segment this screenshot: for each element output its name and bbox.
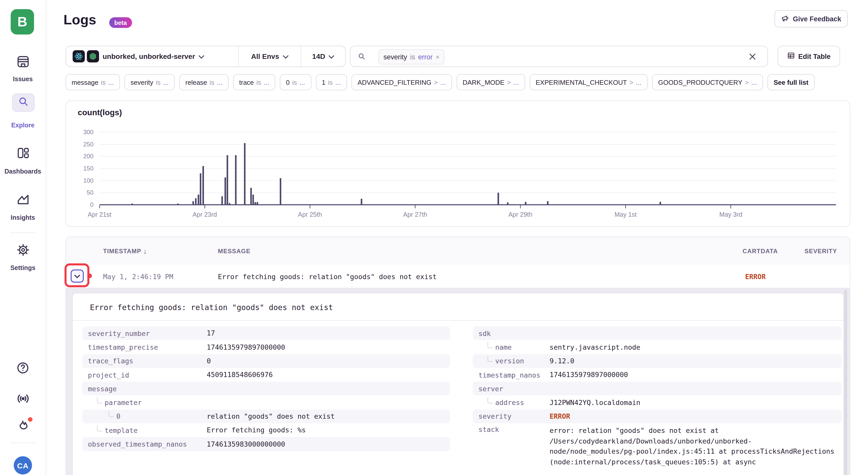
detail-value: error: relation "goods" does not exist a… — [550, 423, 842, 470]
filter-chip[interactable]: severityis... — [124, 74, 175, 90]
chart-bar — [226, 155, 228, 205]
filter-chip[interactable]: See full list — [768, 74, 814, 90]
search-input[interactable]: severity is error × — [350, 46, 768, 67]
chart-bar — [280, 178, 281, 205]
column-header-message[interactable]: MESSAGE — [218, 237, 250, 265]
sidebar-label-dashboards[interactable]: Dashboards — [0, 168, 46, 175]
sidebar-item-dashboards[interactable] — [0, 146, 46, 162]
svg-text:50: 50 — [87, 189, 93, 196]
detail-value: sentry.javascript.node — [550, 342, 842, 352]
chart-bar — [256, 202, 258, 205]
edit-table-button[interactable]: Edit Table — [778, 46, 840, 67]
filter-chip[interactable]: 1is... — [316, 74, 347, 90]
gear-icon — [16, 243, 30, 259]
node-project-icon — [87, 50, 99, 62]
detail-key: message — [82, 385, 207, 393]
detail-scrollbar[interactable] — [844, 290, 847, 475]
filter-chip[interactable]: traceis... — [233, 74, 275, 90]
detail-value: relation "goods" does not exist — [207, 411, 450, 421]
chart-bar — [131, 203, 133, 205]
sidebar-item-insights[interactable] — [0, 193, 46, 209]
project-selector-label: unborked, unborked-server — [102, 52, 195, 60]
detail-row: timestamp_nanos1746135979897000000 — [473, 368, 842, 382]
chart-bar — [235, 155, 237, 205]
detail-key: timestamp_nanos — [473, 371, 550, 379]
table-row[interactable]: May 1, 2:46:19 PM Error fetching goods: … — [66, 265, 850, 288]
detail-value: 0 — [207, 356, 450, 366]
detail-key: severity — [473, 412, 550, 420]
environment-selector[interactable]: All Envs — [238, 46, 301, 66]
filter-chip[interactable]: DARK_MODE>... — [457, 74, 525, 90]
detail-row: observed_timestamp_nanos1746135983000000… — [82, 437, 450, 451]
expand-row-button[interactable] — [71, 269, 84, 283]
sidebar-label-insights[interactable]: Insights — [0, 214, 46, 221]
svg-text:150: 150 — [83, 165, 93, 172]
detail-key: sdk — [473, 329, 550, 337]
help-button[interactable] — [0, 361, 46, 377]
issues-icon — [16, 55, 30, 71]
chevron-down-icon — [283, 52, 288, 60]
column-header-severity[interactable]: SEVERITY — [805, 237, 837, 265]
filter-chip[interactable]: messageis... — [65, 74, 120, 90]
tree-connector-icon — [488, 397, 493, 403]
filter-chip[interactable]: releaseis... — [179, 74, 228, 90]
detail-row: project_id4509118548606976 — [82, 368, 450, 382]
filter-chip[interactable]: EXPERIMENTAL_CHECKOUT>... — [529, 74, 647, 90]
chart-bar — [195, 198, 196, 205]
detail-value: 17 — [207, 328, 450, 338]
detail-row: namesentry.javascript.node — [473, 340, 842, 354]
chart-bar — [250, 188, 252, 205]
fire-icon — [16, 419, 29, 434]
sort-desc-icon: ↓ — [143, 247, 147, 255]
svg-text:Apr 21st: Apr 21st — [88, 211, 111, 218]
detail-key: timestamp_precise — [82, 343, 207, 351]
svg-text:May 3rd: May 3rd — [719, 211, 742, 218]
chart-bar — [241, 204, 243, 205]
avatar[interactable]: CA — [14, 456, 32, 474]
help-icon — [16, 361, 29, 377]
bar-chart: 050100150200250300Apr 21stApr 23rdApr 25… — [66, 101, 850, 226]
detail-key: address — [473, 398, 550, 406]
token-value: error — [418, 53, 433, 61]
filter-chip[interactable]: 0is... — [280, 74, 311, 90]
date-range-selector[interactable]: 14D — [301, 46, 345, 66]
detail-key: version — [473, 357, 550, 365]
column-header-timestamp[interactable]: TIMESTAMP ↓ — [103, 237, 147, 265]
filter-chip[interactable]: GOODS_PRODUCTQUERY>... — [652, 74, 763, 90]
detail-row: message — [82, 382, 450, 396]
sidebar-label-issues[interactable]: Issues — [0, 76, 46, 83]
search-filter-token[interactable]: severity is error × — [378, 49, 445, 64]
schema-chips-row: messageis...severityis...releaseis...tra… — [65, 74, 868, 90]
onboarding-button[interactable] — [0, 419, 46, 434]
chart-bar — [525, 202, 526, 205]
project-selector[interactable]: unborked, unborked-server — [66, 46, 238, 66]
edit-table-label: Edit Table — [798, 53, 830, 60]
detail-key: project_id — [82, 371, 207, 379]
whats-new-button[interactable] — [0, 392, 46, 408]
org-logo[interactable]: B — [11, 9, 34, 35]
svg-text:Apr 27th: Apr 27th — [403, 211, 427, 218]
sidebar-label-explore[interactable]: Explore — [0, 122, 46, 129]
sidebar-item-explore[interactable] — [12, 93, 34, 112]
chevron-down-icon — [198, 52, 204, 60]
remove-token-icon[interactable]: × — [436, 53, 440, 61]
give-feedback-button[interactable]: Give Feedback — [775, 10, 848, 27]
detail-row: severityERROR — [473, 410, 842, 423]
chart-bar — [192, 201, 194, 205]
chart-bar — [254, 202, 256, 205]
detail-key: template — [82, 426, 207, 434]
sidebar: B Issues Explore — [0, 0, 46, 475]
detail-divider — [73, 320, 844, 321]
sidebar-item-settings[interactable] — [0, 243, 46, 259]
column-header-cartdata[interactable]: CARTDATA — [743, 237, 778, 265]
detail-key: trace_flags — [82, 357, 207, 365]
sidebar-label-settings[interactable]: Settings — [0, 264, 46, 272]
filter-chip[interactable]: ADVANCED_FILTERING>... — [351, 74, 452, 90]
org-logo-letter: B — [18, 14, 27, 30]
sidebar-item-issues[interactable] — [0, 55, 46, 71]
svg-text:300: 300 — [83, 129, 93, 135]
notification-dot — [28, 417, 32, 422]
detail-key: stack — [473, 423, 550, 436]
chart-bar — [224, 177, 226, 205]
clear-search-button[interactable] — [749, 53, 756, 62]
